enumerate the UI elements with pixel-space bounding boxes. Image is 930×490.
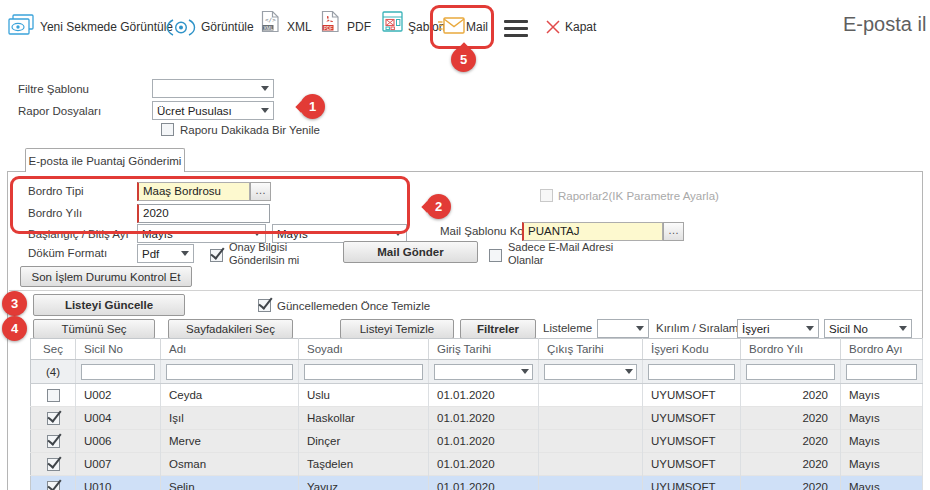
cell-bordro-yili: 2020: [741, 430, 841, 453]
filter-sicil-no-input[interactable]: [81, 364, 155, 380]
filter-soyadi-input[interactable]: [304, 364, 423, 380]
sayfadakileri-sec-button[interactable]: Sayfadakileri Seç: [168, 319, 293, 339]
chevron-down-icon: [899, 326, 907, 331]
chevron-down-icon: [261, 108, 269, 113]
siralama-dropdown[interactable]: Sicil No: [824, 319, 912, 338]
page-title: E-posta il: [843, 13, 930, 36]
filter-cikis-tarihi-input[interactable]: [544, 364, 637, 380]
grid-filter-row: (4): [31, 360, 923, 384]
table-row[interactable]: U002 Ceyda Uslu 01.01.2020 UYUMSOFT 2020…: [31, 384, 923, 407]
guncellemeden-once-temizle-label: Güncellemeden Önce Temizle: [277, 300, 430, 312]
raporu-dakikada-checkbox[interactable]: [161, 123, 174, 136]
bordro-yili-field[interactable]: 2020: [137, 204, 270, 223]
table-row[interactable]: U010 Selin Yavuz 01.01.2020 UYUMSOFT 202…: [31, 476, 923, 490]
cell-bordro-ayi: Mayıs: [841, 453, 923, 476]
chevron-down-icon: [636, 326, 644, 331]
cell-bordro-yili: 2020: [741, 476, 841, 490]
cell-bordro-ayi: Mayıs: [841, 430, 923, 453]
row-checkbox[interactable]: [47, 481, 60, 490]
col-header-bordro-ayi[interactable]: Bordro Ayı: [841, 339, 923, 360]
cell-sicil-no: U002: [76, 384, 161, 407]
raporlar2-checkbox[interactable]: [540, 189, 553, 202]
filter-bordro-yili-input[interactable]: [746, 364, 835, 380]
col-header-giris-tarihi[interactable]: Giriş Tarihi: [429, 339, 539, 360]
col-header-cikis-tarihi[interactable]: Çıkış Tarihi: [539, 339, 643, 360]
col-header-sec[interactable]: Seç: [31, 339, 76, 360]
rapor-dosyalari-dropdown[interactable]: Ücret Pusulası: [152, 101, 274, 120]
svg-text:XML: XML: [264, 26, 274, 31]
tab-eposta-puantaj[interactable]: E-posta ile Puantaj Gönderimi: [25, 148, 185, 172]
cell-isyeri-kodu: UYUMSOFT: [643, 407, 741, 430]
kirilim-siralama-label: Kırılım / Sıralama: [656, 322, 745, 334]
listeyi-temizle-button[interactable]: Listeyi Temizle: [340, 319, 454, 339]
son-islem-durumu-button[interactable]: Son İşlem Durumu Kontrol Et: [20, 266, 192, 287]
cell-adi: Işıl: [161, 407, 299, 430]
col-header-bordro-yili[interactable]: Bordro Yılı: [741, 339, 841, 360]
mail-gonder-button[interactable]: Mail Gönder: [343, 241, 478, 263]
menu-hamburger-icon[interactable]: [504, 20, 528, 41]
cell-adi: Osman: [161, 453, 299, 476]
annotation-badge-5: 5: [451, 47, 476, 72]
filtre-sablonu-dropdown[interactable]: [152, 79, 274, 98]
bordro-tipi-lookup-button[interactable]: …: [250, 182, 271, 201]
row-checkbox[interactable]: [47, 389, 60, 402]
chevron-down-icon: [181, 251, 189, 256]
selected-count: (4): [31, 360, 76, 384]
col-header-soyadi[interactable]: Soyadı: [299, 339, 429, 360]
row-checkbox[interactable]: [47, 458, 60, 471]
pdf-button[interactable]: PDF: [347, 20, 371, 34]
mail-sablonu-kodu-field[interactable]: PUANTAJ: [522, 222, 663, 241]
tumunu-sec-button[interactable]: Tümünü Seç: [33, 319, 155, 339]
sadece-email-checkbox[interactable]: [489, 249, 502, 262]
email-puantaj-window: Yeni Sekmede Görüntüle Görüntüle </> XML…: [0, 0, 930, 490]
cell-cikis-tarihi: [539, 384, 643, 407]
filtreler-button[interactable]: Filtreler: [460, 319, 536, 339]
listeleme-dropdown[interactable]: [597, 319, 649, 338]
view-button[interactable]: Görüntüle: [201, 20, 254, 34]
filter-isyeri-kodu-input[interactable]: [648, 364, 735, 380]
close-button[interactable]: Kapat: [565, 20, 596, 34]
dokum-formati-label: Döküm Formatı: [28, 247, 107, 259]
cell-isyeri-kodu: UYUMSOFT: [643, 384, 741, 407]
rapor-dosyalari-label: Rapor Dosyaları: [18, 105, 101, 117]
filter-giris-tarihi-input[interactable]: [434, 364, 533, 380]
siralama-value: Sicil No: [829, 323, 896, 335]
raporu-dakikada-label: Raporu Dakikada Bir Yenile: [180, 124, 320, 136]
close-x-icon: [545, 19, 561, 37]
annotation-badge-3: 3: [2, 291, 27, 316]
raporlar2-label: Raporlar2(IK Parametre Ayarla): [558, 190, 719, 202]
bordro-tipi-label: Bordro Tipi: [28, 185, 84, 197]
mail-sablonu-lookup-button[interactable]: …: [663, 222, 684, 241]
dokum-formati-dropdown[interactable]: Pdf: [137, 244, 194, 263]
col-header-isyeri-kodu[interactable]: İşyeri Kodu: [643, 339, 741, 360]
table-row[interactable]: U006 Merve Dinçer 01.01.2020 UYUMSOFT 20…: [31, 430, 923, 453]
sadece-email-label: Sadece E-Mail Adresi Olanlar: [508, 241, 633, 267]
col-header-adi[interactable]: Adı: [161, 339, 299, 360]
row-checkbox[interactable]: [47, 412, 60, 425]
bitis-ayi-value: Mayıs: [277, 228, 391, 240]
baslangic-ayi-value: Mayıs: [142, 228, 250, 240]
row-checkbox[interactable]: [47, 435, 60, 448]
table-row[interactable]: U007 Osman Taşdelen 01.01.2020 UYUMSOFT …: [31, 453, 923, 476]
dokum-formati-value: Pdf: [142, 248, 178, 260]
table-row[interactable]: U004 Işıl Haskollar 01.01.2020 UYUMSOFT …: [31, 407, 923, 430]
guncellemeden-once-temizle-checkbox[interactable]: [258, 299, 271, 312]
new-tab-view-button[interactable]: Yeni Sekmede Görüntüle: [40, 20, 173, 34]
bordro-yili-label: Bordro Yılı: [28, 207, 82, 219]
xml-file-icon: </> XML: [261, 10, 280, 35]
cell-giris-tarihi: 01.01.2020: [429, 453, 539, 476]
cell-sicil-no: U007: [76, 453, 161, 476]
xml-button[interactable]: XML: [287, 20, 312, 34]
filter-adi-input[interactable]: [166, 364, 293, 380]
onay-bilgisi-checkbox[interactable]: [210, 249, 223, 262]
listeyi-guncelle-button[interactable]: Listeyi Güncelle: [33, 294, 185, 316]
chevron-down-icon: [253, 231, 261, 236]
col-header-sicil-no[interactable]: Sicil No: [76, 339, 161, 360]
mail-button[interactable]: Mail: [466, 20, 488, 34]
bordro-tipi-field[interactable]: Maaş Bordrosu: [137, 182, 250, 201]
cell-adi: Selin: [161, 476, 299, 490]
filter-bordro-ayi-input[interactable]: [846, 364, 917, 380]
kirilim-dropdown[interactable]: İşyeri: [737, 319, 819, 338]
cell-adi: Ceyda: [161, 384, 299, 407]
cell-cikis-tarihi: [539, 453, 643, 476]
